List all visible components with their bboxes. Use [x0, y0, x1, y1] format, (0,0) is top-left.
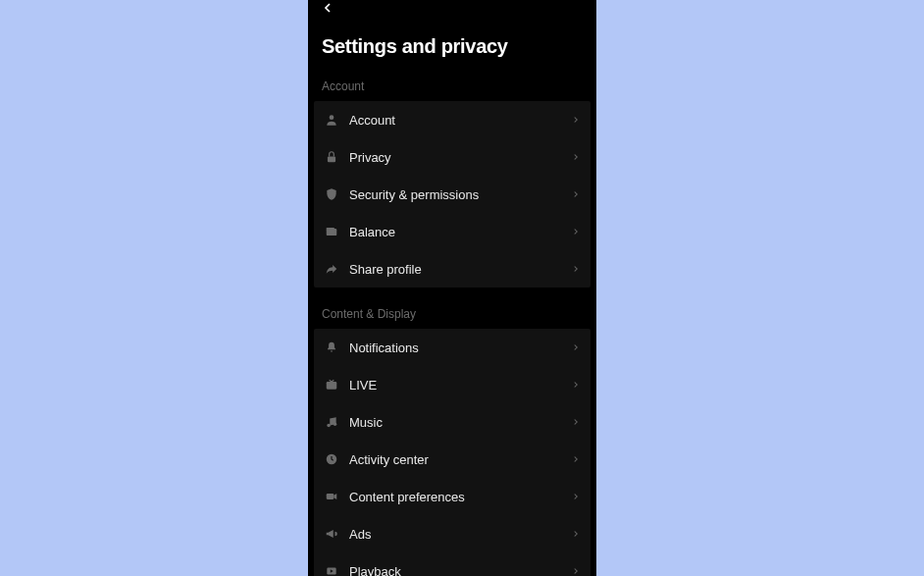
item-label: Privacy — [349, 150, 571, 165]
music-icon — [324, 414, 339, 430]
item-label: Music — [349, 415, 571, 430]
settings-item-account[interactable]: Account — [314, 101, 590, 138]
chevron-right-icon — [571, 152, 581, 162]
svg-rect-1 — [328, 156, 335, 162]
settings-item-live[interactable]: LIVE — [314, 366, 590, 403]
chevron-right-icon — [571, 492, 581, 501]
share-icon — [324, 261, 339, 277]
chevron-right-icon — [571, 454, 581, 464]
section-group-account: Account Privacy Security & permissions — [314, 101, 590, 288]
item-label: Activity center — [349, 452, 571, 467]
person-icon — [324, 112, 339, 128]
play-icon — [324, 563, 339, 576]
chevron-right-icon — [571, 529, 581, 539]
chevron-right-icon — [571, 115, 581, 125]
chevron-right-icon — [571, 227, 581, 236]
settings-item-music[interactable]: Music — [314, 403, 590, 441]
item-label: Ads — [349, 527, 571, 542]
settings-item-content-preferences[interactable]: Content preferences — [314, 478, 590, 515]
video-icon — [324, 489, 339, 504]
section-group-content-display: Notifications LIVE Music — [314, 329, 590, 576]
shield-icon — [324, 186, 339, 202]
wallet-icon — [324, 224, 339, 239]
svg-rect-8 — [327, 494, 334, 499]
settings-item-activity-center[interactable]: Activity center — [314, 441, 590, 478]
settings-item-share-profile[interactable]: Share profile — [314, 250, 590, 288]
item-label: Account — [349, 113, 571, 128]
live-icon — [324, 377, 339, 393]
settings-item-ads[interactable]: Ads — [314, 515, 590, 552]
svg-point-0 — [330, 115, 334, 120]
settings-item-security[interactable]: Security & permissions — [314, 176, 590, 213]
chevron-right-icon — [571, 189, 581, 199]
item-label: Security & permissions — [349, 187, 571, 202]
item-label: Playback — [349, 564, 571, 577]
section-label-account: Account — [308, 70, 596, 101]
chevron-right-icon — [571, 417, 581, 427]
settings-item-playback[interactable]: Playback — [314, 552, 590, 576]
svg-point-5 — [327, 424, 331, 428]
item-label: Notifications — [349, 340, 571, 355]
item-label: LIVE — [349, 378, 571, 393]
settings-item-privacy[interactable]: Privacy — [314, 138, 590, 176]
lock-icon — [324, 149, 339, 165]
chevron-right-icon — [571, 566, 581, 576]
megaphone-icon — [324, 526, 339, 542]
settings-item-balance[interactable]: Balance — [314, 213, 590, 250]
chevron-right-icon — [571, 380, 581, 390]
section-label-content-display: Content & Display — [308, 297, 596, 329]
page-title: Settings and privacy — [308, 26, 596, 70]
item-label: Content preferences — [349, 490, 571, 504]
chevron-right-icon — [571, 342, 581, 352]
header — [308, 0, 596, 26]
settings-item-notifications[interactable]: Notifications — [314, 329, 590, 366]
chevron-right-icon — [571, 264, 581, 274]
clock-icon — [324, 451, 339, 467]
bell-icon — [324, 340, 339, 355]
item-label: Share profile — [349, 262, 571, 277]
back-button[interactable] — [320, 0, 335, 20]
svg-rect-3 — [327, 228, 334, 230]
item-label: Balance — [349, 225, 571, 239]
svg-rect-4 — [327, 382, 337, 390]
settings-screen: Settings and privacy Account Account Pri… — [308, 0, 596, 576]
svg-point-6 — [334, 423, 337, 427]
